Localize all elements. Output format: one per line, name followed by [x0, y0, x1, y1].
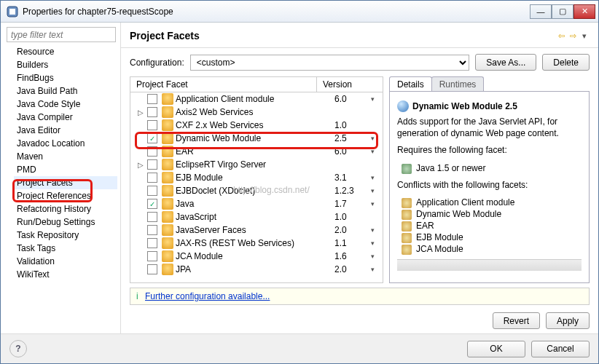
facet-checkbox[interactable]: [147, 212, 157, 222]
save-as-button[interactable]: Save As...: [475, 54, 536, 71]
horizontal-scrollbar[interactable]: [397, 259, 582, 271]
col-project-facet[interactable]: Project Facet: [130, 77, 317, 92]
facet-checkbox[interactable]: [147, 264, 157, 274]
facet-checkbox[interactable]: [147, 225, 157, 235]
facet-row[interactable]: JCA Module1.6▾: [130, 250, 383, 263]
facet-checkbox[interactable]: [147, 120, 157, 130]
facet-checkbox[interactable]: [147, 146, 157, 157]
details-title: Dynamic Web Module 2.5: [397, 100, 582, 112]
facet-label: EJB Module: [176, 173, 334, 183]
version-dropdown-icon[interactable]: ▾: [371, 200, 383, 207]
sidebar-item-maven[interactable]: Maven: [14, 150, 117, 163]
facet-label: JCA Module: [176, 251, 334, 261]
help-button[interactable]: ?: [9, 340, 27, 357]
facet-icon: [162, 159, 173, 170]
ok-button[interactable]: OK: [467, 341, 525, 357]
facet-row[interactable]: ▷EclipseRT Virgo Server: [130, 158, 383, 171]
facet-row[interactable]: CXF 2.x Web Services1.0: [130, 119, 383, 132]
conflicts-item: Dynamic Web Module: [402, 208, 582, 220]
version-dropdown-icon[interactable]: ▾: [371, 174, 383, 181]
version-dropdown-icon[interactable]: ▾: [371, 226, 383, 234]
facet-row[interactable]: Java1.7▾: [130, 197, 383, 210]
facet-row[interactable]: JavaServer Faces2.0▾: [130, 223, 383, 237]
facet-list: Application Client module6.0▾▷Axis2 Web …: [130, 92, 383, 282]
tab-details[interactable]: Details: [389, 76, 432, 91]
version-dropdown-icon[interactable]: ▾: [371, 148, 383, 155]
facet-checkbox[interactable]: [147, 159, 157, 170]
requires-item: Java 1.5 or newer: [402, 162, 582, 174]
minimize-button[interactable]: —: [530, 4, 552, 19]
further-config-link[interactable]: Further configuration available...: [145, 291, 270, 301]
sidebar-item-wikitext[interactable]: WikiText: [14, 268, 117, 281]
facet-version: 3.1: [334, 173, 371, 183]
sidebar-item-findbugs[interactable]: FindBugs: [14, 71, 117, 84]
facet-version: 1.0: [334, 212, 371, 222]
facet-row[interactable]: JAX-RS (REST Web Services)1.1▾: [130, 237, 383, 250]
tab-runtimes[interactable]: Runtimes: [431, 76, 485, 91]
sidebar-item-pmd[interactable]: PMD: [14, 163, 117, 176]
dropdown-arrow-icon[interactable]: ▾: [579, 31, 590, 41]
expand-icon[interactable]: ▷: [136, 108, 145, 116]
nav-list: ResourceBuildersFindBugsJava Build PathJ…: [4, 45, 117, 281]
facet-checkbox[interactable]: [147, 251, 157, 261]
filter-input[interactable]: [7, 27, 116, 42]
sidebar-item-run-debug-settings[interactable]: Run/Debug Settings: [14, 215, 117, 229]
facet-version: 2.0: [334, 225, 371, 235]
facet-icon: [162, 172, 173, 183]
sidebar-item-java-editor[interactable]: Java Editor: [14, 124, 117, 137]
revert-button[interactable]: Revert: [493, 312, 540, 329]
version-dropdown-icon[interactable]: ▾: [371, 187, 383, 194]
sidebar-item-validation[interactable]: Validation: [14, 255, 117, 268]
page-title: Project Facets: [130, 30, 556, 41]
facet-row[interactable]: EJB Module3.1▾: [130, 171, 383, 184]
conflicts-item: JCA Module: [402, 243, 582, 255]
expand-icon[interactable]: ▷: [136, 161, 145, 169]
sidebar-item-refactoring-history[interactable]: Refactoring History: [14, 202, 117, 215]
maximize-button[interactable]: ▢: [552, 4, 573, 19]
configuration-select[interactable]: <custom>: [190, 55, 470, 71]
bottom-bar: ? OK Cancel: [1, 333, 598, 363]
facet-checkbox[interactable]: [147, 133, 157, 143]
facet-checkbox[interactable]: [147, 94, 157, 104]
facet-icon: [162, 250, 173, 262]
facet-checkbox[interactable]: [147, 107, 157, 117]
facet-row[interactable]: Application Client module6.0▾: [130, 92, 383, 106]
apply-button[interactable]: Apply: [546, 312, 590, 329]
facet-row[interactable]: JPA2.0▾: [130, 263, 383, 276]
close-button[interactable]: ✕: [573, 4, 595, 19]
sidebar-item-resource[interactable]: Resource: [14, 45, 117, 58]
facet-row[interactable]: Dynamic Web Module2.5▾: [130, 132, 383, 145]
sidebar-item-project-facets[interactable]: Project Facets: [14, 176, 117, 189]
facet-label: JavaScript: [176, 212, 334, 222]
facet-row[interactable]: EAR6.0▾: [130, 145, 383, 158]
sidebar-item-project-references[interactable]: Project References: [14, 189, 117, 202]
sidebar-item-javadoc-location[interactable]: Javadoc Location: [14, 137, 117, 150]
facet-label: Application Client module: [176, 94, 334, 104]
facet-checkbox[interactable]: [147, 238, 157, 248]
back-arrow-icon[interactable]: ⇦: [556, 31, 566, 41]
delete-button[interactable]: Delete: [542, 54, 590, 71]
sidebar-item-java-compiler[interactable]: Java Compiler: [14, 111, 117, 124]
forward-arrow-icon[interactable]: ⇨: [568, 31, 578, 41]
sidebar-item-task-tags[interactable]: Task Tags: [14, 242, 117, 255]
facet-label: EJBDoclet (XDoclet): [176, 186, 334, 196]
sidebar-item-java-build-path[interactable]: Java Build Path: [14, 84, 117, 98]
sidebar-item-builders[interactable]: Builders: [14, 58, 117, 71]
facet-checkbox[interactable]: [147, 186, 157, 196]
facet-icon: [162, 224, 173, 236]
facet-checkbox[interactable]: [147, 199, 157, 209]
version-dropdown-icon[interactable]: ▾: [371, 135, 383, 142]
col-version[interactable]: Version: [317, 77, 383, 92]
version-dropdown-icon[interactable]: ▾: [371, 95, 383, 103]
main-panel: Project Facets ⇦ ⇨ ▾ Configuration: <cus…: [121, 23, 598, 333]
sidebar-item-java-code-style[interactable]: Java Code Style: [14, 98, 117, 111]
facet-row[interactable]: JavaScript1.0: [130, 210, 383, 223]
version-dropdown-icon[interactable]: ▾: [371, 253, 383, 260]
sidebar-item-task-repository[interactable]: Task Repository: [14, 229, 117, 242]
version-dropdown-icon[interactable]: ▾: [371, 266, 383, 273]
cancel-button[interactable]: Cancel: [531, 341, 590, 357]
facet-checkbox[interactable]: [147, 173, 157, 183]
facet-row[interactable]: ▷Axis2 Web Services: [130, 106, 383, 119]
version-dropdown-icon[interactable]: ▾: [371, 240, 383, 247]
facet-row[interactable]: EJBDoclet (XDoclet)1.2.3▾: [130, 184, 383, 197]
